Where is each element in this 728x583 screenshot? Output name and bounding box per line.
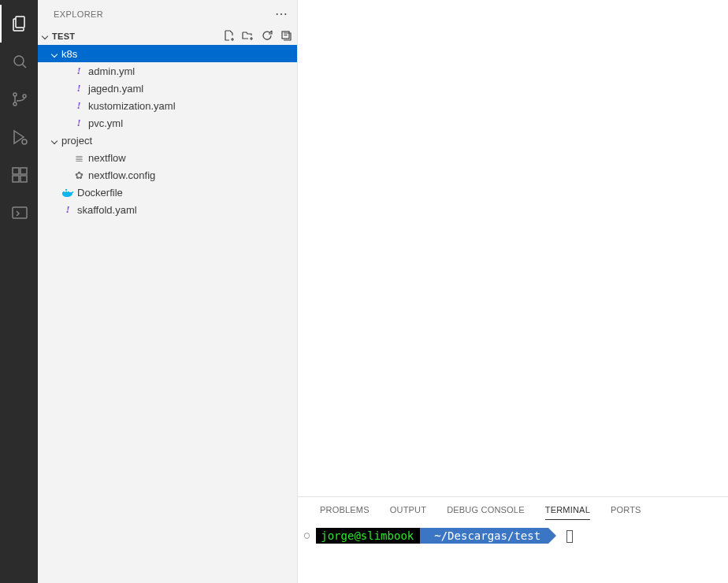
tree-folder[interactable]: project bbox=[38, 132, 297, 149]
text-file-icon: ≣ bbox=[72, 152, 85, 164]
tree-label: jagedn.yaml bbox=[88, 83, 143, 95]
file-tree: k8s!admin.yml!jagedn.yaml!kustomization.… bbox=[38, 45, 297, 218]
explorer-sidebar: EXPLORER ⋯ TEST bbox=[38, 0, 298, 583]
files-icon bbox=[10, 14, 29, 33]
collapse-all-icon[interactable] bbox=[280, 29, 292, 43]
svg-rect-6 bbox=[13, 168, 19, 174]
tree-file[interactable]: Dockerfile bbox=[38, 184, 297, 201]
tree-label: kustomization.yaml bbox=[88, 100, 176, 112]
terminal-body[interactable]: ○ jorge@slimbook~/Descargas/test bbox=[298, 520, 728, 583]
new-folder-icon[interactable] bbox=[242, 29, 254, 43]
yaml-icon: ! bbox=[61, 203, 74, 216]
activity-source-control[interactable] bbox=[0, 80, 38, 118]
svg-rect-8 bbox=[13, 176, 19, 182]
tree-label: k8s bbox=[61, 48, 77, 60]
explorer-section-actions bbox=[223, 29, 292, 43]
yaml-icon: ! bbox=[72, 82, 85, 95]
tree-file[interactable]: ✿nextflow.config bbox=[38, 166, 297, 184]
new-file-icon[interactable] bbox=[223, 29, 236, 43]
activity-search[interactable] bbox=[0, 43, 38, 80]
explorer-header: EXPLORER ⋯ bbox=[38, 0, 297, 28]
tree-label: nextflow bbox=[88, 152, 126, 164]
svg-point-3 bbox=[13, 102, 17, 106]
activity-bar bbox=[0, 0, 38, 583]
svg-rect-10 bbox=[13, 207, 27, 218]
explorer-title: EXPLORER bbox=[54, 9, 103, 19]
tree-label: nextflow.config bbox=[88, 169, 155, 181]
explorer-root-label: TEST bbox=[52, 32, 75, 41]
svg-rect-9 bbox=[20, 176, 27, 182]
svg-point-1 bbox=[14, 56, 24, 65]
refresh-icon[interactable] bbox=[261, 29, 273, 43]
tab-ports[interactable]: PORTS bbox=[611, 505, 641, 520]
tree-label: skaffold.yaml bbox=[77, 204, 137, 216]
remote-icon bbox=[10, 203, 29, 222]
tree-folder[interactable]: k8s bbox=[38, 45, 297, 62]
tree-file[interactable]: !admin.yml bbox=[38, 62, 297, 80]
tree-label: admin.yml bbox=[88, 65, 135, 77]
yaml-icon: ! bbox=[72, 99, 85, 112]
tree-label: project bbox=[61, 135, 92, 147]
terminal-cursor bbox=[566, 530, 573, 543]
branch-icon bbox=[10, 90, 29, 109]
yaml-icon: ! bbox=[72, 65, 85, 77]
svg-point-5 bbox=[22, 139, 27, 144]
svg-point-2 bbox=[13, 93, 17, 96]
terminal-user-host: jorge@slimbook bbox=[316, 528, 422, 544]
svg-point-4 bbox=[23, 95, 26, 98]
tab-terminal[interactable]: TERMINAL bbox=[545, 505, 590, 520]
main-area: PROBLEMS OUTPUT DEBUG CONSOLE TERMINAL P… bbox=[298, 0, 728, 583]
docker-icon bbox=[61, 186, 74, 199]
chevron-down-icon bbox=[49, 135, 61, 147]
activity-remote[interactable] bbox=[0, 194, 38, 232]
tree-file[interactable]: !skaffold.yaml bbox=[38, 201, 297, 218]
panel-tabs: PROBLEMS OUTPUT DEBUG CONSOLE TERMINAL P… bbox=[298, 497, 728, 520]
activity-explorer[interactable] bbox=[0, 5, 38, 43]
editor-area[interactable] bbox=[298, 0, 728, 496]
yaml-icon: ! bbox=[72, 117, 85, 129]
chevron-down-icon bbox=[49, 48, 61, 60]
tab-problems[interactable]: PROBLEMS bbox=[320, 505, 370, 520]
terminal-cwd: ~/Descargas/test bbox=[420, 528, 548, 544]
extensions-icon bbox=[10, 165, 29, 184]
activity-run-debug[interactable] bbox=[0, 118, 38, 156]
gear-icon: ✿ bbox=[72, 169, 85, 181]
terminal-circle-icon: ○ bbox=[304, 529, 310, 540]
bottom-panel: PROBLEMS OUTPUT DEBUG CONSOLE TERMINAL P… bbox=[298, 496, 728, 583]
tab-debug-console[interactable]: DEBUG CONSOLE bbox=[447, 505, 525, 520]
svg-rect-7 bbox=[20, 168, 27, 174]
tree-file[interactable]: ≣nextflow bbox=[38, 149, 297, 166]
play-bug-icon bbox=[10, 128, 29, 147]
svg-rect-15 bbox=[65, 189, 67, 191]
explorer-more-icon[interactable]: ⋯ bbox=[275, 6, 288, 21]
explorer-section-header[interactable]: TEST bbox=[38, 28, 297, 45]
tree-file[interactable]: !jagedn.yaml bbox=[38, 80, 297, 97]
activity-extensions[interactable] bbox=[0, 156, 38, 194]
tab-output[interactable]: OUTPUT bbox=[390, 505, 426, 520]
tree-file[interactable]: !kustomization.yaml bbox=[38, 97, 297, 114]
search-icon bbox=[10, 52, 29, 71]
tree-file[interactable]: !pvc.yml bbox=[38, 114, 297, 132]
svg-rect-0 bbox=[16, 17, 24, 28]
tree-label: Dockerfile bbox=[77, 187, 123, 199]
tree-label: pvc.yml bbox=[88, 117, 123, 129]
chevron-down-icon bbox=[42, 32, 48, 39]
